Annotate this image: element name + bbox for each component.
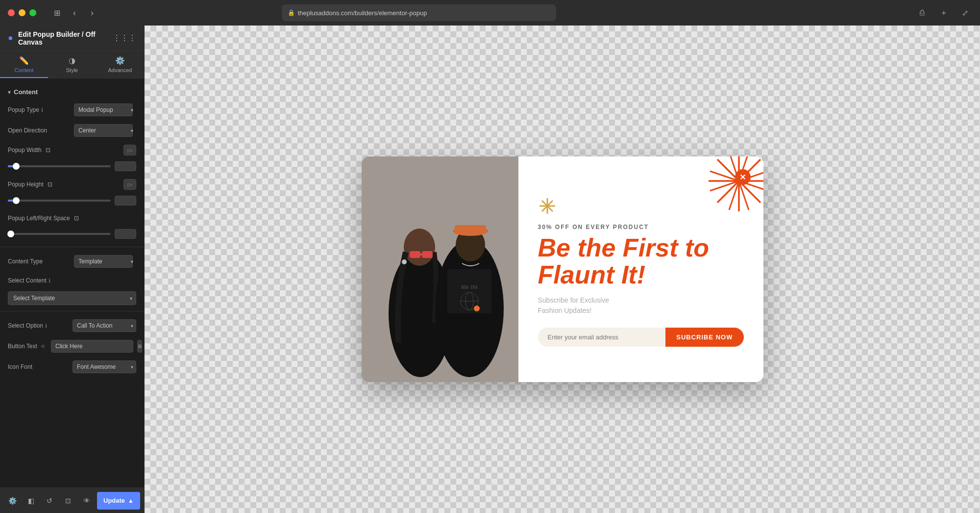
popup-type-row: Popup Type ℹ Modal Popup ▾ bbox=[0, 100, 144, 120]
popup-lr-slider-row bbox=[0, 227, 144, 243]
popup-content-side: ✕ 30% OFF ON EVERY PRODUCT bbox=[518, 156, 763, 382]
preview-footer-button[interactable]: 👁 bbox=[78, 492, 95, 509]
select-template-container: Select Template ▾ bbox=[8, 291, 136, 305]
select-content-info-icon[interactable]: ℹ bbox=[49, 278, 50, 284]
content-type-row: Content Type Template ▾ bbox=[0, 251, 144, 272]
sidebar-toggle[interactable]: ⊞ bbox=[50, 6, 64, 20]
select-content-label: Select Content ℹ bbox=[8, 277, 136, 284]
select-option-row: Select Option ℹ Call To Action ▾ bbox=[0, 315, 144, 336]
share-button[interactable]: ⎙ bbox=[915, 6, 929, 20]
popup-type-label: Popup Type ℹ bbox=[8, 106, 70, 113]
popup-lr-slider[interactable] bbox=[8, 233, 111, 235]
left-panel: ● Edit Popup Builder / Off Canvas ⋮⋮⋮ ✏️… bbox=[0, 26, 145, 513]
hamburger-icon[interactable]: ⋮⋮⋮ bbox=[113, 33, 136, 43]
button-settings-icon[interactable]: ≡ bbox=[137, 340, 142, 353]
update-button[interactable]: Update ▲ bbox=[97, 492, 140, 510]
minimize-button[interactable] bbox=[19, 9, 25, 16]
select-template-select[interactable]: Select Template bbox=[8, 291, 136, 305]
tab-advanced[interactable]: ⚙️ Advanced bbox=[96, 51, 144, 78]
popup-subscribe-button[interactable]: SUBCRIBE NOW bbox=[665, 328, 743, 347]
history-footer-button[interactable]: ↺ bbox=[41, 492, 58, 509]
section-title: Content bbox=[14, 88, 38, 96]
select-option-label: Select Option ℹ bbox=[8, 322, 69, 329]
new-tab-button[interactable]: ＋ bbox=[937, 6, 951, 20]
popup-height-unit: px bbox=[123, 179, 136, 190]
button-text-input[interactable] bbox=[51, 340, 133, 353]
chevron-up-icon: ▲ bbox=[128, 497, 134, 504]
style-tab-label: Style bbox=[66, 67, 78, 73]
popup-height-label: Popup Height ⊡ bbox=[8, 181, 120, 188]
svg-text:NEW ERA: NEW ERA bbox=[461, 285, 478, 290]
panel-title: Edit Popup Builder / Off Canvas bbox=[18, 30, 108, 46]
style-tab-icon: ◑ bbox=[69, 56, 75, 65]
address-bar[interactable]: 🔒 theplusaddons.com/builders/elementor-p… bbox=[282, 4, 556, 21]
popup-lr-input[interactable] bbox=[115, 229, 136, 239]
popup-lr-slider-thumb[interactable] bbox=[7, 231, 14, 237]
popup-width-slider[interactable] bbox=[8, 165, 111, 167]
close-button[interactable] bbox=[8, 9, 15, 16]
back-button[interactable]: ‹ bbox=[68, 6, 81, 20]
select-option-info-icon[interactable]: ℹ bbox=[45, 323, 47, 329]
popup-lr-slider-container bbox=[8, 229, 136, 239]
panel-logo: ● bbox=[8, 33, 13, 43]
popup-lr-monitor-icon: ⊡ bbox=[74, 215, 79, 222]
nav-buttons: ⊞ ‹ › bbox=[48, 6, 99, 20]
select-option-select[interactable]: Call To Action bbox=[73, 319, 136, 332]
popup-height-slider[interactable] bbox=[8, 200, 111, 202]
popup-close-button[interactable]: ✕ bbox=[735, 169, 751, 185]
settings-footer-button[interactable]: ⚙️ bbox=[4, 492, 21, 509]
fashion-figures-svg: NEW ERA bbox=[362, 156, 518, 382]
tab-style[interactable]: ◑ Style bbox=[48, 51, 96, 78]
icon-font-select-wrapper: Font Awesome ▾ bbox=[73, 360, 136, 373]
icon-font-select[interactable]: Font Awesome bbox=[73, 360, 136, 373]
traffic-lights bbox=[8, 9, 36, 16]
section-chevron-icon: ▾ bbox=[8, 89, 11, 96]
icon-font-label: Icon Font bbox=[8, 363, 69, 370]
popup-height-input-group: px bbox=[123, 179, 136, 190]
layers-footer-button[interactable]: ◧ bbox=[23, 492, 39, 509]
svg-rect-3 bbox=[410, 251, 420, 258]
popup-width-slider-container bbox=[8, 161, 136, 171]
panel-footer: ⚙️ ◧ ↺ ⊡ 👁 Update ▲ bbox=[0, 487, 144, 513]
popup-width-input[interactable] bbox=[115, 161, 136, 171]
button-text-move-icon: ✛ bbox=[41, 343, 45, 349]
popup-type-select-wrapper: Modal Popup ▾ bbox=[74, 103, 136, 116]
panel-tabs: ✏️ Content ◑ Style ⚙️ Advanced bbox=[0, 51, 144, 78]
forward-button[interactable]: › bbox=[85, 6, 99, 20]
canvas-area: NEW ERA bbox=[145, 26, 980, 513]
popup-height-slider-row bbox=[0, 194, 144, 209]
responsive-footer-button[interactable]: ⊡ bbox=[60, 492, 76, 509]
section-header-content[interactable]: ▾ Content bbox=[0, 84, 144, 100]
popup-preview: NEW ERA bbox=[362, 156, 763, 382]
monitor-icon: ⊡ bbox=[46, 147, 50, 154]
popup-height-slider-thumb[interactable] bbox=[13, 197, 20, 204]
popup-description: Subscribe for ExclusiveFashion Updates! bbox=[538, 295, 744, 316]
content-type-select[interactable]: Template bbox=[74, 255, 133, 268]
popup-height-input[interactable] bbox=[115, 196, 136, 205]
tab-content[interactable]: ✏️ Content bbox=[0, 51, 48, 78]
popup-height-slider-container bbox=[8, 196, 136, 205]
popup-height-row: Popup Height ⊡ px bbox=[0, 175, 144, 194]
button-text-row: Button Text ✛ ≡ bbox=[0, 336, 144, 357]
open-direction-row: Open Direction Center ▾ bbox=[0, 120, 144, 141]
fullscreen-button[interactable]: ⤢ bbox=[958, 6, 972, 20]
open-direction-control: Center ▾ bbox=[74, 124, 136, 137]
popup-lr-label: Popup Left/Right Space ⊡ bbox=[8, 215, 136, 222]
popup-email-input[interactable] bbox=[538, 328, 666, 347]
popup-width-slider-thumb[interactable] bbox=[13, 163, 20, 170]
maximize-button[interactable] bbox=[29, 9, 36, 16]
popup-type-info-icon[interactable]: ℹ bbox=[41, 107, 43, 113]
button-text-label: Button Text ✛ bbox=[8, 343, 47, 350]
fashion-image: NEW ERA bbox=[362, 156, 518, 382]
popup-type-select[interactable]: Modal Popup bbox=[74, 103, 133, 116]
popup-subtitle: 30% OFF ON EVERY PRODUCT bbox=[538, 224, 744, 231]
content-type-control: Template ▾ bbox=[74, 255, 136, 268]
divider-2 bbox=[0, 311, 144, 311]
open-direction-select[interactable]: Center bbox=[74, 124, 133, 137]
svg-rect-4 bbox=[422, 251, 433, 258]
icon-font-control: Font Awesome ▾ bbox=[73, 360, 136, 373]
advanced-tab-icon: ⚙️ bbox=[115, 56, 125, 65]
select-option-control: Call To Action ▾ bbox=[73, 319, 136, 332]
popup-image-side: NEW ERA bbox=[362, 156, 518, 382]
popup-lr-row: Popup Left/Right Space ⊡ bbox=[0, 209, 144, 227]
